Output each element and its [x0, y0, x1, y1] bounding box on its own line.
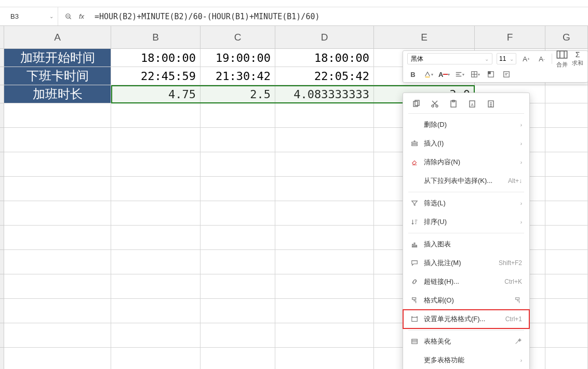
cell[interactable]: 下班卡时间: [4, 67, 111, 85]
cell[interactable]: [111, 152, 201, 177]
menu-filter[interactable]: 筛选(L) ›: [403, 194, 529, 213]
cell[interactable]: [111, 226, 201, 250]
wrap-text-button[interactable]: [501, 69, 512, 80]
cell[interactable]: [201, 274, 275, 299]
cell[interactable]: [275, 299, 374, 323]
cell[interactable]: [111, 103, 201, 128]
copy-icon[interactable]: [411, 99, 421, 109]
font-size-select[interactable]: 11 ⌄: [497, 53, 516, 64]
cell[interactable]: 18:00:00: [275, 49, 374, 67]
bold-button[interactable]: B: [407, 69, 419, 80]
cell[interactable]: [545, 348, 588, 369]
fx-icon[interactable]: fx: [79, 12, 95, 20]
cell[interactable]: [275, 152, 374, 177]
cell[interactable]: [4, 128, 111, 152]
row-header[interactable]: [0, 299, 4, 323]
cell[interactable]: 22:45:59: [111, 67, 201, 85]
cell[interactable]: [201, 299, 275, 323]
cell[interactable]: 加班开始时间: [4, 49, 111, 67]
row-header[interactable]: [0, 201, 4, 226]
paste-icon[interactable]: [449, 99, 458, 109]
cell[interactable]: [111, 299, 201, 323]
menu-more-table[interactable]: 更多表格功能 ›: [403, 351, 529, 369]
column-header[interactable]: B: [111, 26, 201, 49]
menu-format-painter[interactable]: 格式刷(O): [403, 291, 529, 310]
column-header[interactable]: C: [201, 26, 275, 49]
font-family-select[interactable]: 黑体 ⌄: [407, 53, 492, 64]
cell[interactable]: [4, 177, 111, 201]
row-header[interactable]: [0, 85, 4, 103]
decrease-font-button[interactable]: A-: [536, 53, 547, 64]
fill-color-button[interactable]: ▾: [423, 69, 434, 80]
zoom-out-icon[interactable]: [58, 13, 79, 20]
menu-delete[interactable]: 删除(D) ›: [403, 115, 529, 134]
cell[interactable]: [201, 128, 275, 152]
cell[interactable]: [275, 274, 374, 299]
menu-insert[interactable]: 插入(I) ›: [403, 134, 529, 153]
row-header[interactable]: [0, 152, 4, 177]
border-button[interactable]: ▾: [470, 69, 481, 80]
cell[interactable]: [201, 201, 275, 226]
row-header[interactable]: [0, 226, 4, 250]
row-header[interactable]: [0, 348, 4, 369]
select-all-corner[interactable]: [0, 26, 4, 49]
autosum-button[interactable]: Σ 求和: [572, 50, 583, 67]
cell[interactable]: [545, 226, 588, 250]
cell[interactable]: [545, 323, 588, 348]
cell[interactable]: [111, 250, 201, 274]
cell[interactable]: [4, 299, 111, 323]
cell[interactable]: [201, 323, 275, 348]
menu-table-style[interactable]: 表格美化: [403, 332, 529, 351]
cell[interactable]: [4, 201, 111, 226]
cell[interactable]: [545, 85, 588, 103]
cell[interactable]: [111, 177, 201, 201]
cell[interactable]: [275, 177, 374, 201]
row-header[interactable]: [0, 250, 4, 274]
cell[interactable]: [201, 250, 275, 274]
cell[interactable]: [4, 103, 111, 128]
cell[interactable]: 4.083333333: [275, 85, 374, 103]
menu-hyperlink[interactable]: 超链接(H)... Ctrl+K: [403, 272, 529, 291]
formula-input[interactable]: =HOUR(B2)+MINUTE(B2)/60-(HOUR(B1)+MINUTE…: [95, 12, 588, 21]
cell[interactable]: [111, 323, 201, 348]
cell[interactable]: [275, 103, 374, 128]
menu-format-cells[interactable]: 设置单元格格式(F)... Ctrl+1: [403, 310, 529, 328]
cell[interactable]: [545, 201, 588, 226]
cell[interactable]: [545, 152, 588, 177]
cell[interactable]: 4.75: [111, 85, 201, 103]
font-color-button[interactable]: A▾: [438, 69, 450, 80]
cell[interactable]: [111, 274, 201, 299]
cell[interactable]: 加班时长: [4, 85, 111, 103]
column-header[interactable]: G: [545, 26, 588, 49]
cell[interactable]: [201, 177, 275, 201]
name-box[interactable]: B3 ⌄: [0, 7, 58, 25]
paste-text-icon[interactable]: A: [467, 99, 477, 109]
cell[interactable]: [4, 348, 111, 369]
cell[interactable]: [201, 226, 275, 250]
row-header[interactable]: [0, 274, 4, 299]
cell[interactable]: [545, 299, 588, 323]
cell[interactable]: [545, 103, 588, 128]
cell[interactable]: [111, 348, 201, 369]
cell[interactable]: [275, 226, 374, 250]
menu-insert-chart[interactable]: 插入图表: [403, 235, 529, 254]
row-header[interactable]: [0, 67, 4, 85]
row-header[interactable]: [0, 323, 4, 348]
cell[interactable]: [4, 152, 111, 177]
cell[interactable]: [275, 323, 374, 348]
cell[interactable]: [545, 177, 588, 201]
cell[interactable]: [111, 201, 201, 226]
cell[interactable]: [4, 226, 111, 250]
column-header[interactable]: A: [4, 26, 111, 49]
cell[interactable]: 22:05:42: [275, 67, 374, 85]
freeze-panes-button[interactable]: [485, 69, 497, 80]
cell[interactable]: [545, 274, 588, 299]
column-header[interactable]: E: [374, 26, 475, 49]
row-header[interactable]: [0, 177, 4, 201]
row-header[interactable]: [0, 128, 4, 152]
cell[interactable]: [275, 250, 374, 274]
align-button[interactable]: ▾: [454, 69, 465, 80]
paste-special-icon[interactable]: [486, 99, 496, 109]
cell[interactable]: [275, 348, 374, 369]
cell[interactable]: [545, 250, 588, 274]
